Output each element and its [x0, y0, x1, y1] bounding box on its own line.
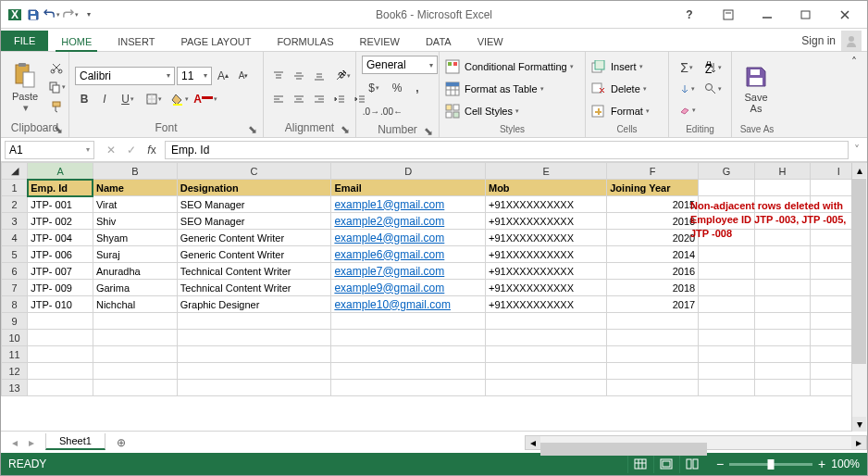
fill-color-icon[interactable]: ▾ [167, 90, 192, 108]
help-icon[interactable]: ? [676, 6, 702, 24]
cell-E10[interactable] [485, 330, 606, 346]
cell-B5[interactable]: Suraj [93, 246, 177, 263]
cell-H12[interactable] [754, 363, 811, 380]
sort-filter-icon[interactable]: AZ▾ [701, 58, 725, 77]
page-layout-view-icon[interactable] [653, 455, 679, 473]
increase-font-icon[interactable]: A▴ [214, 67, 232, 85]
cell-B11[interactable] [93, 346, 177, 363]
cell-E4[interactable]: +91XXXXXXXXXX [485, 230, 606, 246]
cell-F5[interactable]: 2014 [607, 246, 699, 263]
ribbon-display-icon[interactable] [715, 6, 741, 24]
minimize-icon[interactable] [754, 6, 780, 24]
cell-E9[interactable] [485, 313, 606, 330]
horizontal-scrollbar[interactable]: ◂ ▸ [525, 435, 867, 450]
sign-in[interactable]: Sign in [801, 31, 867, 51]
cell-F13[interactable] [607, 380, 699, 396]
cell-F11[interactable] [607, 346, 699, 363]
cell-C2[interactable]: SEO Manager [177, 196, 331, 213]
col-header-G[interactable]: G [699, 163, 755, 180]
collapse-ribbon-icon[interactable]: ˄ [845, 53, 863, 71]
cell-E2[interactable]: +91XXXXXXXXXX [485, 196, 606, 213]
autosum-icon[interactable]: Σ▾ [675, 58, 699, 77]
cell-G13[interactable] [699, 380, 755, 396]
accounting-format-icon[interactable]: $▾ [362, 79, 386, 97]
enter-formula-icon[interactable]: ✓ [122, 141, 141, 159]
cell-A11[interactable] [28, 346, 93, 363]
horizontal-scroll-thumb[interactable] [540, 443, 707, 456]
cell-D8[interactable]: example10@gmail.com [331, 296, 486, 313]
spreadsheet-grid[interactable]: ◢ABCDEFGHI1Emp. IdNameDesignationEmailMo… [1, 162, 867, 431]
cell-D4[interactable]: example4@gmail.com [331, 230, 486, 246]
cell-F2[interactable]: 2015 [607, 196, 699, 213]
cell-G11[interactable] [699, 346, 755, 363]
cell-E13[interactable] [485, 380, 606, 396]
qat-customize-icon[interactable]: ▾ [81, 6, 97, 23]
alignment-launcher-icon[interactable]: ⬊ [341, 125, 350, 134]
new-sheet-icon[interactable]: ⊕ [111, 432, 131, 453]
cancel-formula-icon[interactable]: ✕ [102, 141, 120, 159]
cell-A13[interactable] [28, 380, 93, 396]
find-select-icon[interactable]: ▾ [701, 80, 725, 98]
decrease-decimal-icon[interactable]: .00← [382, 102, 401, 120]
cell-C9[interactable] [177, 313, 331, 330]
cell-E11[interactable] [485, 346, 606, 363]
cell-A1[interactable]: Emp. Id [28, 180, 93, 196]
sheet-nav-next-icon[interactable]: ▸ [23, 434, 40, 451]
align-center-icon[interactable] [290, 90, 308, 108]
cell-C3[interactable]: SEO Manager [177, 213, 331, 230]
row-header-8[interactable]: 8 [2, 296, 28, 313]
row-header-13[interactable]: 13 [2, 380, 28, 396]
cell-C1[interactable]: Designation [177, 180, 331, 196]
zoom-level[interactable]: 100% [831, 457, 860, 470]
cell-A6[interactable]: JTP- 007 [28, 263, 93, 280]
comma-format-icon[interactable]: , [408, 79, 427, 97]
cell-E6[interactable]: +91XXXXXXXXXX [485, 263, 606, 280]
scroll-left-icon[interactable]: ◂ [526, 436, 540, 449]
row-header-4[interactable]: 4 [2, 230, 28, 246]
cell-B8[interactable]: Nichchal [93, 296, 177, 313]
number-launcher-icon[interactable]: ⬊ [424, 127, 433, 136]
save-as-button[interactable]: Save As [738, 62, 775, 116]
col-header-F[interactable]: F [607, 163, 699, 180]
save-icon[interactable] [25, 6, 42, 23]
cell-styles-button[interactable]: Cell Styles▾ [445, 101, 574, 121]
close-icon[interactable] [832, 6, 858, 24]
row-header-3[interactable]: 3 [2, 213, 28, 230]
expand-formula-bar-icon[interactable]: ˅ [850, 144, 863, 157]
tab-view[interactable]: VIEW [465, 32, 516, 51]
cell-H6[interactable] [754, 263, 811, 280]
maximize-icon[interactable] [793, 6, 819, 24]
italic-icon[interactable]: I [95, 90, 114, 108]
cell-D6[interactable]: example7@gmail.com [331, 263, 486, 280]
cell-C11[interactable] [177, 346, 331, 363]
font-color-icon[interactable]: A▾ [193, 90, 217, 108]
copy-icon[interactable]: ▾ [47, 78, 66, 96]
cell-E7[interactable]: +91XXXXXXXXXX [485, 280, 606, 296]
cell-A4[interactable]: JTP- 004 [28, 230, 93, 246]
col-header-B[interactable]: B [93, 163, 177, 180]
tab-data[interactable]: DATA [413, 32, 465, 51]
number-format-combo[interactable]: General▾ [362, 56, 438, 74]
cell-G12[interactable] [699, 363, 755, 380]
cell-D11[interactable] [331, 346, 486, 363]
normal-view-icon[interactable] [627, 455, 653, 473]
zoom-out-icon[interactable]: − [716, 457, 724, 471]
row-header-9[interactable]: 9 [2, 313, 28, 330]
cell-F9[interactable] [607, 313, 699, 330]
cell-B7[interactable]: Garima [93, 280, 177, 296]
cell-D1[interactable]: Email [331, 180, 486, 196]
select-all-cell[interactable]: ◢ [2, 163, 28, 180]
bold-icon[interactable]: B [75, 90, 93, 108]
cell-B12[interactable] [93, 363, 177, 380]
tab-formulas[interactable]: FORMULAS [264, 32, 346, 51]
cell-F1[interactable]: Joining Year [607, 180, 699, 196]
col-header-A[interactable]: A [28, 163, 93, 180]
tab-review[interactable]: REVIEW [347, 32, 413, 51]
cell-G1[interactable] [699, 180, 755, 196]
underline-icon[interactable]: U▾ [116, 90, 140, 108]
decrease-indent-icon[interactable] [330, 90, 349, 108]
cell-D12[interactable] [331, 363, 486, 380]
cell-F12[interactable] [607, 363, 699, 380]
row-header-5[interactable]: 5 [2, 246, 28, 263]
cell-A10[interactable] [28, 330, 93, 346]
